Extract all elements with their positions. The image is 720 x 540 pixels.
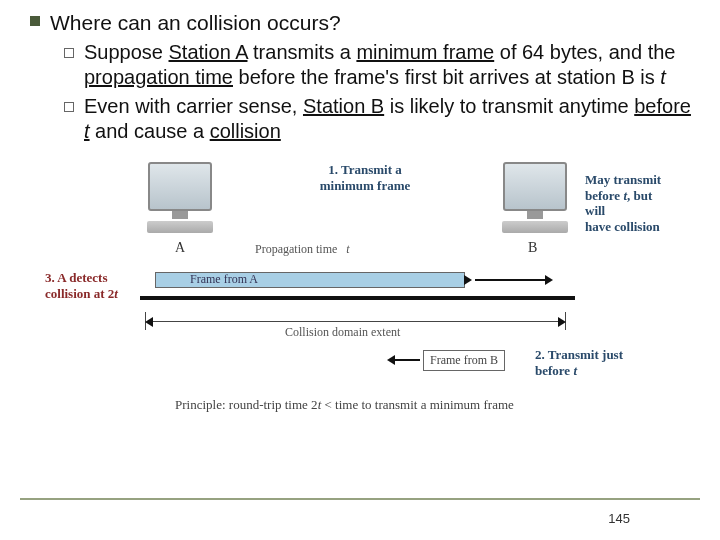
- station-b-label: B: [528, 240, 537, 256]
- sub-bullet-2: Even with carrier sense, Station B is li…: [64, 94, 700, 144]
- frame-b-arrow: [395, 359, 420, 361]
- sub-text-2: Even with carrier sense, Station B is li…: [84, 94, 700, 144]
- frame-a-arrow: [475, 279, 545, 281]
- extent-line: [153, 321, 558, 322]
- collision-diagram: A B 1. Transmit aminimum frame May trans…: [45, 162, 675, 462]
- caption-3: 3. A detectscollision at 2t: [45, 270, 145, 301]
- bullet-square-icon: [30, 16, 40, 26]
- station-a-label: A: [175, 240, 185, 256]
- extent-label: Collision domain extent: [285, 325, 400, 340]
- station-a-icon: [145, 162, 215, 233]
- page-number: 145: [608, 511, 630, 526]
- principle-text: Principle: round-trip time 2t < time to …: [175, 397, 514, 413]
- propagation-label: Propagation time t: [255, 242, 350, 257]
- caption-right: May transmitbefore t, but willhave colli…: [585, 172, 675, 234]
- frame-b-label: Frame from B: [423, 350, 505, 371]
- wire-icon: [140, 296, 575, 300]
- frame-a-label: Frame from A: [190, 272, 258, 287]
- sub-bullet-1: Suppose Station A transmits a minimum fr…: [64, 40, 700, 90]
- footer-divider: [20, 498, 700, 500]
- sub-text-1: Suppose Station A transmits a minimum fr…: [84, 40, 700, 90]
- bullet-hollow-icon: [64, 48, 74, 58]
- caption-2: 2. Transmit justbefore t: [535, 347, 655, 378]
- bullet-hollow-icon: [64, 102, 74, 112]
- station-b-icon: [500, 162, 570, 233]
- caption-1: 1. Transmit aminimum frame: [295, 162, 435, 193]
- main-bullet: Where can an collision occurs?: [30, 10, 700, 36]
- main-title: Where can an collision occurs?: [50, 10, 341, 36]
